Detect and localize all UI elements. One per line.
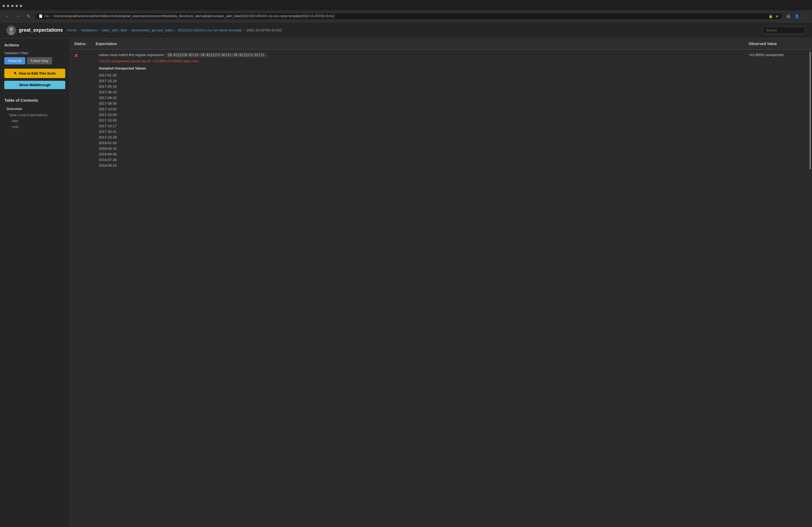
profile-button[interactable]: 👤 (793, 13, 801, 19)
sample-value-2: 2017-10-18 (99, 78, 745, 84)
nav-bar: ← → ↻ 📄 File | /Users/okzapradhana/recru… (0, 10, 812, 22)
sample-value-1: 2017-01-20 (99, 73, 745, 78)
vertical-separator (810, 52, 810, 169)
sample-value-5: 2017-08-20 (99, 95, 745, 101)
svg-point-1 (10, 27, 13, 31)
url-text: /Users/okzapradhana/recruitment/telkom/i… (53, 14, 766, 18)
status-header-label: Status (74, 42, 86, 46)
table-row: ✕ values must match this regular express… (70, 50, 812, 172)
edit-suite-label: How to Edit This Suite (19, 71, 56, 75)
walkthrough-label: Show Walkthrough (19, 83, 50, 87)
app-header: great_expectations Home / Validations / … (0, 22, 812, 39)
breadcrumb-home[interactable]: Home (67, 28, 76, 32)
tab-bar (0, 0, 812, 10)
sample-value-8: 2017-10-04 (99, 112, 745, 118)
toc-title: Table of Contents (4, 98, 65, 103)
walkthrough-button[interactable]: Show Walkthrough (4, 81, 65, 89)
sample-value-12: 2017-10-29 (99, 134, 745, 140)
sample-value-17: 2018-08-10 (99, 163, 745, 168)
breadcrumb-suite[interactable]: sales_alert_fatal (102, 28, 127, 32)
main-layout: Actions Validation Filter: Show All Fail… (0, 39, 812, 527)
breadcrumb-timestamp: 2022-10-20T00:10:41Z (246, 28, 282, 32)
browser-actions: ⨁ 👤 ⋮ (785, 13, 809, 19)
status-cell: ✕ (74, 52, 96, 169)
menu-button[interactable]: ⋮ (802, 13, 809, 19)
sample-value-3: 2017-05-10 (99, 84, 745, 89)
sample-value-15: 2018-06-30 (99, 151, 745, 157)
observed-cell: ≈13.885% unexpected (749, 52, 808, 169)
app-logo: great_expectations (6, 26, 63, 35)
sort-icon: ↕ (87, 42, 88, 45)
validation-table: Status ↕ Expectation Observed Value ✕ va… (70, 39, 812, 172)
reload-button[interactable]: ↻ (25, 13, 32, 20)
table-header: Status ↕ Expectation Observed Value (70, 39, 812, 50)
breadcrumb-run[interactable]: 20221020-001041-my-run-name-template (177, 28, 242, 32)
error-summary: 115145 unexpected values found. ≈13.89% … (99, 59, 745, 63)
regex-description: values must match this regular expressio… (99, 53, 745, 57)
sample-value-7: 2017-10-02 (99, 106, 745, 112)
toc-item-units[interactable]: units (4, 124, 65, 130)
sidebar: Actions Validation Filter: Show All Fail… (0, 39, 70, 527)
app-name: great_expectations (19, 27, 63, 33)
observed-value: ≈13.885% unexpected (749, 53, 783, 57)
forward-button[interactable]: → (14, 13, 23, 19)
breadcrumb: Home / Validations / sales_alert_fatal /… (67, 28, 758, 32)
status-column-header[interactable]: Status ↕ (74, 42, 96, 46)
content-area: Status ↕ Expectation Observed Value ✕ va… (70, 39, 812, 527)
fail-icon: ✕ (74, 53, 78, 59)
edit-icon: ✎ (14, 71, 17, 75)
edit-suite-button[interactable]: ✎ How to Edit This Suite (4, 69, 65, 78)
filter-buttons: Show All Failed Only (4, 57, 65, 64)
failed-only-button[interactable]: Failed Only (27, 57, 52, 64)
sample-value-11: 2017-10-21 (99, 129, 745, 134)
sample-values-list: 2017-01-20 2017-10-18 2017-05-10 2017-06… (99, 73, 745, 168)
expectation-cell: values must match this regular expressio… (96, 52, 749, 169)
toc-item-table-level[interactable]: Table-Level Expectations (4, 112, 65, 118)
observed-column-header: Observed Value (749, 42, 808, 46)
sampled-title: Sampled Unexpected Values (99, 66, 745, 70)
breadcrumb-validations[interactable]: Validations (81, 28, 98, 32)
regex-prefix: values must match this regular expressio… (99, 53, 166, 57)
filter-label: Validation Filter: (4, 51, 65, 55)
sample-value-4: 2017-06-10 (99, 89, 745, 95)
sample-value-13: 2018-01-20 (99, 140, 745, 146)
show-all-button[interactable]: Show All (4, 57, 25, 64)
address-bar[interactable]: 📄 File | /Users/okzapradhana/recruitment… (35, 13, 783, 20)
logo-icon (6, 26, 16, 35)
expectation-column-header: Expectation (96, 42, 749, 46)
regex-value: [0-9]{1}[0-9](3)-[0-9]{1}[1-9](1)-[0-9]{… (166, 52, 266, 57)
sample-value-6: 2017-08-30 (99, 101, 745, 106)
back-button[interactable]: ← (3, 13, 12, 19)
actions-title: Actions (4, 43, 65, 47)
sample-value-14: 2018-03-10 (99, 146, 745, 151)
search-input[interactable] (763, 27, 806, 34)
sample-value-16: 2018-07-30 (99, 157, 745, 163)
toc-item-date[interactable]: date (4, 118, 65, 124)
sample-value-9: 2017-10-05 (99, 118, 745, 123)
sample-value-10: 2017-10-17 (99, 123, 745, 129)
toc-item-overview[interactable]: Overview (4, 106, 65, 112)
sidebar-divider (4, 93, 65, 94)
extensions-button[interactable]: ⨁ (785, 13, 792, 19)
breadcrumb-asset[interactable]: assessment_ge.new_sales (131, 28, 173, 32)
